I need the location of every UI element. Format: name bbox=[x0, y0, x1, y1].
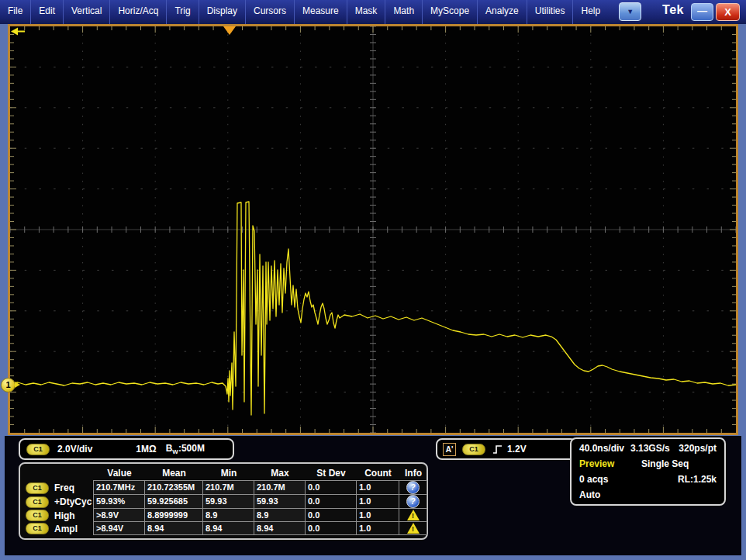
readout-region: C1 2.0V/div 1MΩ BW:500M A' C1 1.2V 40.0n… bbox=[0, 435, 746, 560]
channel1-pill[interactable]: C1 bbox=[26, 510, 49, 521]
col-header-value: Value bbox=[94, 465, 145, 481]
cell-max: 210.7M bbox=[254, 480, 306, 495]
menu-display[interactable]: Display bbox=[199, 0, 246, 24]
menu-myscope[interactable]: MyScope bbox=[423, 0, 478, 24]
toolbar-dropdown-button[interactable]: ▼ bbox=[619, 2, 641, 21]
cell-min: 8.9 bbox=[202, 508, 254, 522]
minimize-icon: — bbox=[697, 5, 707, 16]
close-button[interactable]: X bbox=[716, 3, 740, 21]
menu-mask[interactable]: Mask bbox=[347, 0, 386, 24]
menu-trig[interactable]: Trig bbox=[167, 0, 199, 24]
col-header-mean: Mean bbox=[145, 465, 203, 481]
cell-mean: 8.8999999 bbox=[144, 508, 203, 522]
menu-cursors[interactable]: Cursors bbox=[246, 0, 295, 24]
cell-min: 59.93 bbox=[202, 494, 254, 509]
preview-status: Preview bbox=[579, 458, 641, 469]
cell-mean: 8.94 bbox=[144, 521, 203, 535]
measurement-name: +DtyCyc bbox=[54, 496, 92, 507]
cell-info: ? bbox=[399, 480, 427, 495]
rising-edge-icon bbox=[492, 444, 503, 455]
col-header-min: Min bbox=[203, 465, 254, 481]
trigger-level-value: 1.2V bbox=[507, 444, 527, 455]
cell-stdev: 0.0 bbox=[305, 521, 357, 535]
minimize-button[interactable]: — bbox=[691, 3, 713, 21]
col-header-count: Count bbox=[357, 465, 399, 481]
menu-horiz-acq[interactable]: Horiz/Acq bbox=[110, 0, 167, 24]
close-icon: X bbox=[724, 6, 731, 18]
trigger-readout[interactable]: A' C1 1.2V bbox=[436, 438, 577, 460]
measurement-name: Ampl bbox=[54, 524, 78, 534]
info-question-icon[interactable]: ? bbox=[406, 495, 420, 508]
menu-edit[interactable]: Edit bbox=[31, 0, 64, 24]
cell-info: ! bbox=[399, 508, 427, 522]
menu-analyze[interactable]: Analyze bbox=[478, 0, 527, 24]
cell-count: 1.0 bbox=[356, 494, 399, 509]
channel1-marker-arrow-icon bbox=[15, 382, 20, 388]
waveform-display[interactable] bbox=[8, 24, 738, 435]
channel1-pill[interactable]: C1 bbox=[26, 482, 49, 494]
channel1-pill[interactable]: C1 bbox=[26, 444, 50, 455]
cell-info: ! bbox=[399, 521, 427, 535]
channel1-ground-marker[interactable]: 1 bbox=[1, 378, 16, 392]
sample-rate: 3.13GS/s bbox=[630, 443, 679, 454]
col-header-max: Max bbox=[254, 465, 306, 481]
menu-measure[interactable]: Measure bbox=[295, 0, 347, 24]
vertical-readout[interactable]: C1 2.0V/div 1MΩ BW:500M bbox=[19, 438, 234, 460]
acquisition-mode: Single Seq bbox=[641, 458, 689, 469]
cell-count: 1.0 bbox=[356, 480, 399, 495]
measurement-row-label: C1 +DtyCyc bbox=[22, 495, 94, 509]
record-length: RL:1.25k bbox=[678, 474, 717, 485]
menu-math[interactable]: Math bbox=[385, 0, 423, 24]
channel1-pill[interactable]: C1 bbox=[26, 496, 49, 508]
oscilloscope-screen: File Edit Vertical Horiz/Acq Trig Displa… bbox=[0, 0, 746, 560]
warning-triangle-icon[interactable]: ! bbox=[406, 510, 420, 520]
measurements-corner bbox=[22, 465, 94, 481]
cell-min: 210.7M bbox=[202, 480, 254, 495]
measurement-row-label: C1 High bbox=[22, 509, 94, 522]
menu-file[interactable]: File bbox=[0, 0, 31, 24]
cell-max: 8.9 bbox=[254, 508, 306, 522]
cell-mean: 59.925685 bbox=[144, 494, 203, 509]
measurement-name: Freq bbox=[54, 482, 74, 493]
chevron-down-icon: ▼ bbox=[627, 8, 634, 16]
menu-utilities[interactable]: Utilities bbox=[527, 0, 574, 24]
warning-triangle-icon[interactable]: ! bbox=[406, 523, 420, 534]
cell-value: 59.93% bbox=[93, 494, 145, 509]
bandwidth-readout: BW:500M bbox=[166, 443, 205, 455]
cell-value: >8.94V bbox=[93, 521, 145, 535]
info-question-icon[interactable]: ? bbox=[406, 481, 420, 494]
acquisition-count: 0 acqs bbox=[579, 474, 678, 485]
cell-max: 59.93 bbox=[254, 494, 306, 509]
cell-info: ? bbox=[399, 494, 427, 509]
col-header-info: Info bbox=[399, 465, 427, 481]
trigger-source-badge: A' bbox=[443, 443, 456, 456]
menu-vertical[interactable]: Vertical bbox=[64, 0, 110, 24]
cell-value: 210.7MHz bbox=[93, 480, 145, 495]
col-header-stdev: St Dev bbox=[306, 465, 357, 481]
cell-value: >8.9V bbox=[93, 508, 145, 522]
measurement-row-label: C1 Ampl bbox=[22, 522, 94, 535]
trigger-level-arrow[interactable] bbox=[10, 26, 26, 36]
sample-resolution: 320ps/pt bbox=[679, 443, 717, 454]
channel1-pill[interactable]: C1 bbox=[26, 523, 49, 534]
trigger-mode: Auto bbox=[579, 489, 600, 500]
tek-logo: Tek bbox=[662, 3, 684, 17]
cell-count: 1.0 bbox=[356, 508, 399, 522]
vertical-scale: 2.0V/div bbox=[57, 444, 92, 455]
cell-stdev: 0.0 bbox=[305, 480, 357, 495]
trigger-position-marker[interactable] bbox=[223, 26, 236, 35]
menu-bar: File Edit Vertical Horiz/Acq Trig Displa… bbox=[0, 0, 746, 24]
trigger-channel-pill[interactable]: C1 bbox=[462, 444, 485, 455]
cell-stdev: 0.0 bbox=[305, 494, 357, 509]
measurement-name: High bbox=[54, 510, 75, 521]
timebase: 40.0ns/div bbox=[579, 443, 630, 454]
cell-mean: 210.72355M bbox=[144, 480, 203, 495]
cell-count: 1.0 bbox=[356, 521, 399, 535]
cell-stdev: 0.0 bbox=[305, 508, 357, 522]
input-impedance: 1MΩ bbox=[136, 444, 156, 455]
horizontal-readout[interactable]: 40.0ns/div 3.13GS/s 320ps/pt Preview Sin… bbox=[570, 437, 726, 506]
cell-max: 8.94 bbox=[254, 521, 306, 535]
measurement-table: Value Mean Min Max St Dev Count Info C1 … bbox=[19, 462, 428, 540]
graticule-svg bbox=[10, 26, 736, 433]
menu-help[interactable]: Help bbox=[573, 0, 608, 24]
